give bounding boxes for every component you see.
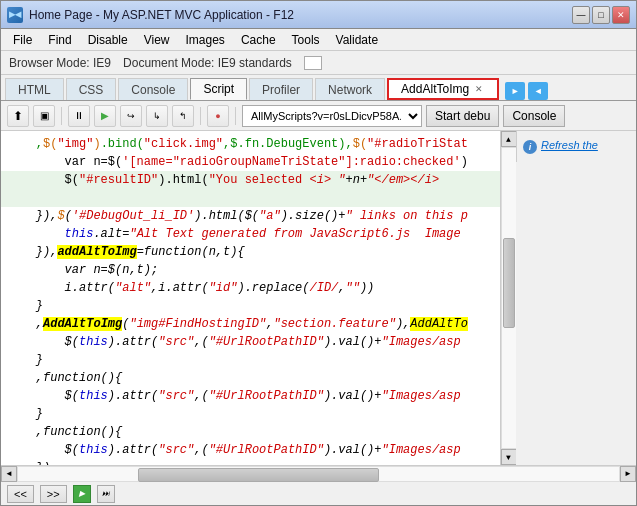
start-debug-button[interactable]: Start debu: [426, 105, 499, 127]
tab-script[interactable]: Script: [190, 78, 247, 100]
refresh-info: i Refresh the: [523, 139, 630, 154]
tab-profiler[interactable]: Profiler: [249, 78, 313, 100]
tab-bar: HTML CSS Console Script Profiler Network…: [1, 75, 636, 101]
cursor-tool-btn[interactable]: ⬆: [7, 105, 29, 127]
browser-mode-label: Browser Mode: IE9: [9, 56, 111, 70]
code-line-8: i.attr("alt",i.attr("id").replace(/ID/,"…: [1, 279, 516, 297]
menu-file[interactable]: File: [5, 31, 40, 49]
doc-mode-label: Document Mode: IE9 standards: [123, 56, 292, 70]
maximize-button[interactable]: □: [592, 6, 610, 24]
code-line-9: }: [1, 297, 516, 315]
code-line-15: }: [1, 405, 516, 423]
code-line-2: var n=$('[name="radioGroupNameTriState"]…: [1, 153, 516, 171]
pause-btn[interactable]: ⏸: [68, 105, 90, 127]
info-icon: i: [523, 140, 537, 154]
code-line-6: }),addAltToImg=function(n,t){: [1, 243, 516, 261]
scroll-track[interactable]: [501, 147, 517, 449]
play-btn[interactable]: ▶: [94, 105, 116, 127]
scroll-thumb[interactable]: [503, 238, 515, 328]
toolbar-separator-2: [200, 107, 201, 125]
main-content: ,$("img").bind("click.img",$.fn.DebugEve…: [1, 131, 636, 465]
title-bar: ▶◀ Home Page - My ASP.NET MVC Applicatio…: [1, 1, 636, 29]
nav-forward-icon[interactable]: ►: [505, 82, 525, 100]
app-icon: ▶◀: [7, 7, 23, 23]
scroll-right-btn[interactable]: ►: [620, 466, 636, 482]
tab-network[interactable]: Network: [315, 78, 385, 100]
inspect-btn[interactable]: ▣: [33, 105, 55, 127]
code-line-16: ,function(){: [1, 423, 516, 441]
play-button[interactable]: ▶: [73, 485, 91, 503]
h-scroll-thumb[interactable]: [138, 468, 378, 482]
window-controls: — □ ✕: [572, 6, 630, 24]
h-scroll-track[interactable]: [17, 466, 620, 482]
code-line-11: $(this).attr("src",("#UrlRootPathID").va…: [1, 333, 516, 351]
code-line-13: ,function(){: [1, 369, 516, 387]
menu-tools[interactable]: Tools: [284, 31, 328, 49]
menu-cache[interactable]: Cache: [233, 31, 284, 49]
vertical-scrollbar[interactable]: ▲ ▼: [500, 131, 516, 465]
nav-back-icon[interactable]: ◄: [528, 82, 548, 100]
menu-validate[interactable]: Validate: [328, 31, 386, 49]
breakpoints-btn[interactable]: ●: [207, 105, 229, 127]
menu-bar: File Find Disable View Images Cache Tool…: [1, 29, 636, 51]
code-line-3: $("#resultID").html("You selected <i> "+…: [1, 171, 516, 207]
tab-css[interactable]: CSS: [66, 78, 117, 100]
tab-console[interactable]: Console: [118, 78, 188, 100]
menu-find[interactable]: Find: [40, 31, 79, 49]
close-button[interactable]: ✕: [612, 6, 630, 24]
step-over-btn[interactable]: ↪: [120, 105, 142, 127]
info-panel: i Refresh the: [516, 131, 636, 162]
title-bar-left: ▶◀ Home Page - My ASP.NET MVC Applicatio…: [7, 7, 294, 23]
scroll-up-btn[interactable]: ▲: [501, 131, 517, 147]
code-line-1: ,$("img").bind("click.img",$.fn.DebugEve…: [1, 135, 516, 153]
minimize-button[interactable]: —: [572, 6, 590, 24]
skip-button[interactable]: ⏭: [97, 485, 115, 503]
toolbar-separator-1: [61, 107, 62, 125]
browser-mode-bar: Browser Mode: IE9 Document Mode: IE9 sta…: [1, 51, 636, 75]
code-content: ,$("img").bind("click.img",$.fn.DebugEve…: [1, 131, 516, 465]
nav-next-button[interactable]: >>: [40, 485, 67, 503]
code-line-14: $(this).attr("src",("#UrlRootPathID").va…: [1, 387, 516, 405]
code-line-4: }),$('#DebugOut_li_ID').html($("a").size…: [1, 207, 516, 225]
toolbar: ⬆ ▣ ⏸ ▶ ↪ ↳ ↰ ● AllMyScripts?v=r0sLDicvP…: [1, 101, 636, 131]
tab-html[interactable]: HTML: [5, 78, 64, 100]
menu-disable[interactable]: Disable: [80, 31, 136, 49]
step-out-btn[interactable]: ↰: [172, 105, 194, 127]
tab-search[interactable]: AddAltToImg ✕: [387, 78, 499, 100]
window-title: Home Page - My ASP.NET MVC Application -…: [29, 8, 294, 22]
code-line-7: var n=$(n,t);: [1, 261, 516, 279]
code-line-10: ,AddAltToImg("img#FindHostingID","sectio…: [1, 315, 516, 333]
code-line-17: $(this).attr("src",("#UrlRootPathID").va…: [1, 441, 516, 459]
code-area[interactable]: ,$("img").bind("click.img",$.fn.DebugEve…: [1, 131, 516, 465]
nav-prev-button[interactable]: <<: [7, 485, 34, 503]
toolbar-separator-3: [235, 107, 236, 125]
code-line-12: }: [1, 351, 516, 369]
code-line-5: this.alt="Alt Text generated from JavaSc…: [1, 225, 516, 243]
script-selector[interactable]: AllMyScripts?v=r0sLDicvP58A...: [242, 105, 422, 127]
console-button[interactable]: Console: [503, 105, 565, 127]
search-tab-label: AddAltToImg: [401, 82, 469, 96]
menu-view[interactable]: View: [136, 31, 178, 49]
refresh-link[interactable]: Refresh the: [541, 139, 598, 151]
horizontal-scrollbar[interactable]: ◄ ►: [1, 465, 636, 481]
status-bar: << >> ▶ ⏭: [1, 481, 636, 505]
search-tab-close[interactable]: ✕: [473, 83, 485, 95]
scroll-down-btn[interactable]: ▼: [501, 449, 517, 465]
doc-mode-box: [304, 56, 322, 70]
menu-images[interactable]: Images: [178, 31, 233, 49]
scroll-left-btn[interactable]: ◄: [1, 466, 17, 482]
main-window: ▶◀ Home Page - My ASP.NET MVC Applicatio…: [0, 0, 637, 506]
step-into-btn[interactable]: ↳: [146, 105, 168, 127]
